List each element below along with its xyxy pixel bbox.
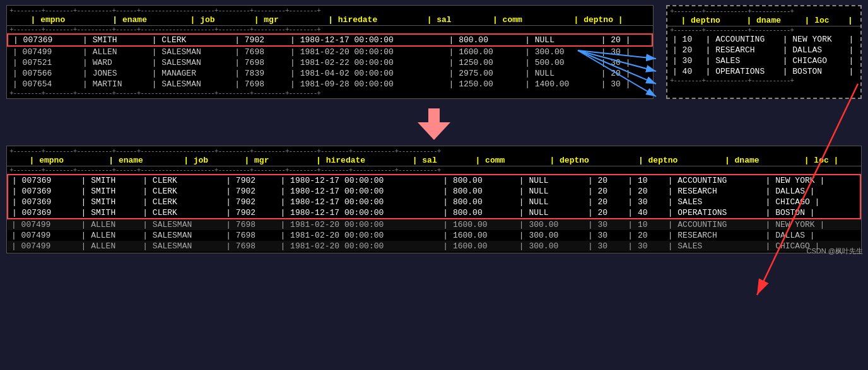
bcol-sal: | sal	[394, 155, 455, 166]
emp-col-ename: | ename	[89, 14, 171, 26]
emp-col-deptno: | deptno |	[544, 14, 653, 26]
down-arrow	[418, 108, 450, 140]
dept-col-dname: | dname	[734, 15, 794, 26]
bcol-empno: | empno	[7, 155, 86, 166]
emp-table: | empno | ename | job | mgr | hiredate |…	[7, 14, 653, 26]
top-section: +--------+--------+----------+------+---…	[6, 5, 862, 99]
dept-col-loc: | loc	[794, 15, 840, 26]
emp-data-table: | 007369 | SMITH | CLERK | 7902 | 1980-1…	[7, 33, 653, 90]
bcol-dname: | dname	[702, 155, 782, 166]
bcol-loc: | loc |	[782, 155, 861, 166]
dept-table: | deptno | dname | loc |	[667, 15, 860, 26]
dept-data-table: | 10| ACCOUNTING| NEW YORK| | 20| RESEAR…	[667, 34, 860, 77]
dept-mid-separator: +--------+------------+-----------+	[667, 26, 860, 34]
dept-top-separator: +--------+------------+-----------+	[667, 8, 860, 15]
dept-row-3: | 30| SALES| CHICAGO|	[667, 55, 860, 66]
watermark: CSDN @枫叶先生	[807, 246, 863, 256]
main-container: +--------+--------+----------+------+---…	[0, 0, 868, 258]
bottom-table-container: +--------+--------+----------+------+---…	[6, 146, 862, 253]
bottom-mid-separator: +--------+--------+----------+------+---…	[7, 166, 861, 174]
bottom-row-6: | 007499 | ALLEN | SALESMAN | 7698 | 198…	[8, 230, 860, 241]
bottom-row-7: | 007499 | ALLEN | SALESMAN | 7698 | 198…	[8, 241, 860, 251]
dept-table-container: +--------+------------+-----------+ | de…	[666, 5, 862, 99]
bottom-header-row: | empno | ename | job | mgr | hiredate |…	[7, 155, 861, 166]
dept-bottom-separator: +--------+------------+-----------+	[667, 77, 860, 84]
emp-bottom-separator: +--------+--------+----------+------+---…	[7, 90, 653, 97]
emp-header-row: | empno | ename | job | mgr | hiredate |…	[7, 14, 653, 26]
dept-header-row: | deptno | dname | loc |	[667, 15, 860, 26]
down-arrow-section	[6, 105, 862, 143]
emp-row-1: | 007369 | SMITH | CLERK | 7902 | 1980-1…	[8, 34, 652, 46]
bottom-row-5: | 007499 | ALLEN | SALESMAN | 7698 | 198…	[8, 219, 860, 230]
emp-mid-separator: +--------+--------+----------+------+---…	[7, 26, 653, 33]
emp-row-2: | 007499| ALLEN| SALESMAN| 7698| 1981-02…	[8, 46, 652, 57]
bcol-hiredate: | hiredate	[287, 155, 394, 166]
emp-top-separator: +--------+--------+----------+------+---…	[7, 7, 653, 14]
emp-table-container: +--------+--------+----------+------+---…	[6, 5, 654, 99]
dept-row-1: | 10| ACCOUNTING| NEW YORK|	[667, 34, 860, 45]
bottom-emp-dept-table: | empno | ename | job | mgr | hiredate |…	[7, 155, 861, 166]
emp-col-comm: | comm	[471, 14, 544, 26]
bottom-top-separator: +--------+--------+----------+------+---…	[7, 147, 861, 155]
bottom-row-3: | 007369 | SMITH | CLERK | 7902 | 1980-1…	[8, 197, 860, 207]
emp-col-mgr: | mgr	[235, 14, 298, 26]
dept-row-2: | 20| RESEARCH| DALLAS|	[667, 45, 860, 55]
bcol-ename: | ename	[86, 155, 166, 166]
bcol-mgr: | mgr	[226, 155, 287, 166]
emp-col-sal: | sal	[408, 14, 471, 26]
emp-row-4: | 007566| JONES| MANAGER| 7839| 1981-04-…	[8, 68, 652, 79]
bottom-row-2: | 007369 | SMITH | CLERK | 7902 | 1980-1…	[8, 186, 860, 197]
bcol-job: | job	[166, 155, 226, 166]
emp-row-3: | 007521| WARD| SALESMAN| 7698| 1981-02-…	[8, 57, 652, 68]
bcol-comm: | comm	[455, 155, 525, 166]
bcol-deptno1: | deptno	[525, 155, 614, 166]
dept-col-deptno: | deptno	[667, 15, 734, 26]
emp-col-job: | job	[171, 14, 235, 26]
emp-col-hiredate: | hiredate	[298, 14, 408, 26]
bottom-row-1: | 007369 | SMITH | CLERK | 7902 | 1980-1…	[8, 175, 860, 186]
bottom-data-table: | 007369 | SMITH | CLERK | 7902 | 1980-1…	[7, 174, 861, 251]
bcol-deptno2: | deptno	[614, 155, 703, 166]
dept-col-end: |	[840, 15, 860, 26]
emp-col-empno: | empno	[7, 14, 89, 26]
dept-row-4: | 40| OPERATIONS| BOSTON|	[667, 66, 860, 77]
bottom-row-4: | 007369 | SMITH | CLERK | 7902 | 1980-1…	[8, 207, 860, 219]
emp-row-5: | 007654| MARTIN| SALESMAN| 7698| 1981-0…	[8, 79, 652, 90]
